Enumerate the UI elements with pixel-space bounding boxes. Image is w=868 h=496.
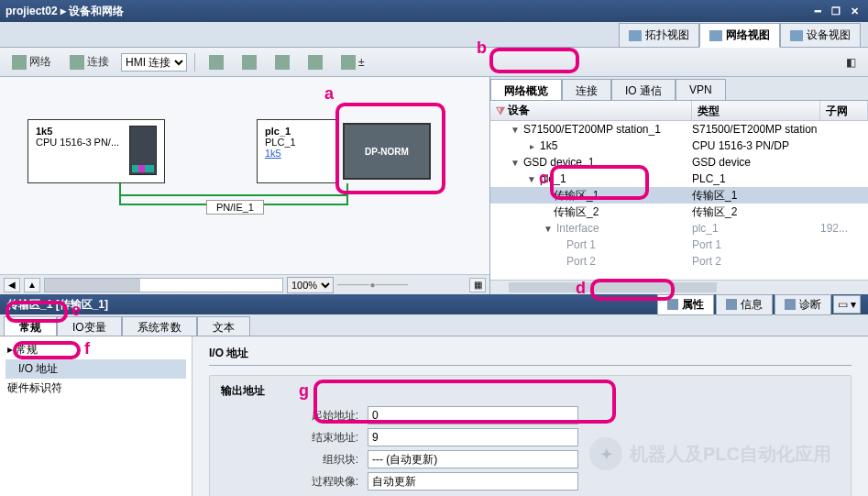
diag-icon: [785, 299, 796, 310]
table-row[interactable]: ▼S71500/ET200MP station_1S71500/ET200MP …: [490, 121, 868, 138]
breadcrumb: projiect02 ▸ 设备和网络: [5, 4, 124, 19]
tb-icon-2[interactable]: [236, 52, 263, 72]
tb-icon-3[interactable]: [269, 52, 296, 72]
tb-connections[interactable]: 连接: [63, 51, 115, 72]
tab-network[interactable]: 网络视图: [699, 23, 780, 48]
toolbar: 网络 连接 HMI 连接 ± ◧: [0, 48, 868, 77]
start-address-input[interactable]: [368, 406, 578, 424]
table-row[interactable]: ▼Interfaceplc_1192...: [490, 220, 868, 237]
section-title: I/O 地址: [209, 346, 852, 366]
table-row[interactable]: ▼plc_1PLC_1: [490, 171, 868, 187]
selection-title: 传输区_1 [传输区_1] 属性 信息 诊断 ▭ ▾: [0, 294, 868, 314]
lower-tabs: 常规 IO变量 系统常数 文本: [0, 314, 868, 336]
info-icon: [726, 299, 737, 310]
net-icon: [12, 55, 27, 70]
tb-collapse[interactable]: ◧: [840, 53, 863, 72]
window-min-icon[interactable]: ━: [809, 5, 826, 17]
rtab-io[interactable]: IO 通信: [611, 79, 676, 100]
tb-network[interactable]: 网络: [5, 51, 58, 72]
addr-icon: [242, 55, 257, 70]
device-icon: [790, 30, 803, 41]
ltab-text[interactable]: 文本: [197, 316, 250, 336]
conn-type-select[interactable]: HMI 连接: [121, 53, 187, 72]
zoom-icon: [341, 55, 356, 70]
ltab-iovars[interactable]: IO变量: [57, 316, 122, 336]
filter-icon[interactable]: ⧩: [496, 105, 505, 117]
main-split: 1k5 CPU 1516-3 PN/... plc_1 PLC_1 1k5 DP…: [0, 77, 868, 294]
scroll-up-btn[interactable]: ▲: [24, 278, 40, 292]
right-pane: 网络概览 连接 IO 通信 VPN ⧩设备 类型 子网 ▼S71500/ET20…: [490, 77, 868, 294]
lower-body: ▸ 常规 I/O 地址 硬件标识符 I/O 地址 输出地址 起始地址: 结束地址…: [0, 336, 868, 496]
ptab-info[interactable]: 信息: [716, 294, 773, 315]
tab-device[interactable]: 设备视图: [780, 23, 861, 48]
table-row[interactable]: Port 2Port 2: [490, 253, 868, 270]
window-restore-icon[interactable]: ❐: [828, 5, 844, 17]
ltab-sysconst[interactable]: 系统常数: [122, 316, 197, 336]
properties-icon: [667, 299, 678, 310]
tab-topology[interactable]: 拓扑视图: [619, 23, 699, 48]
end-address-input[interactable]: [368, 428, 578, 446]
tb-icon-1[interactable]: [203, 52, 230, 72]
nav-general[interactable]: ▸ 常规: [5, 340, 186, 359]
zoom-select[interactable]: 100%: [287, 277, 334, 293]
rtab-conn[interactable]: 连接: [562, 79, 611, 100]
table-row[interactable]: ▸1k5CPU 1516-3 PN/DP: [490, 138, 868, 154]
title-bar: projiect02 ▸ 设备和网络 ━ ❐ ✕: [0, 0, 868, 22]
tb-icon-4[interactable]: [302, 52, 329, 72]
device-plc1[interactable]: plc_1 PLC_1 1k5: [257, 119, 339, 183]
network-icon: [709, 30, 722, 41]
property-content: I/O 地址 输出地址 起始地址: 结束地址: 组织块: 过程映像:: [192, 336, 868, 496]
table-row[interactable]: 传输区_2传输区_2: [490, 204, 868, 220]
nav-io-addr[interactable]: I/O 地址: [5, 359, 186, 379]
tree-body[interactable]: ▼S71500/ET200MP station_1S71500/ET200MP …: [490, 121, 868, 280]
pi-input[interactable]: [368, 472, 578, 490]
device-1k5[interactable]: 1k5 CPU 1516-3 PN/...: [27, 119, 165, 183]
grid-icon: [308, 55, 323, 70]
net-label[interactable]: PN/IE_1: [206, 200, 264, 215]
right-h-scroll[interactable]: [490, 280, 868, 294]
canvas-footer: ◀ ▲ 100% ─────●───── ▦: [0, 274, 489, 294]
overview-map-icon[interactable]: ▦: [469, 278, 486, 292]
conn-icon: [70, 55, 84, 70]
h-scrollbar[interactable]: [44, 278, 283, 292]
ptab-diag[interactable]: 诊断: [775, 294, 831, 315]
property-nav: ▸ 常规 I/O 地址 硬件标识符: [0, 336, 192, 496]
ptab-properties[interactable]: 属性: [657, 294, 714, 315]
output-address-group: 输出地址 起始地址: 结束地址: 组织块: 过程映像:: [209, 375, 852, 496]
tree-header: ⧩设备 类型 子网: [490, 101, 868, 121]
dp-norm-module[interactable]: DP-NORM: [343, 123, 431, 180]
link-partner[interactable]: 1k5: [265, 148, 281, 159]
table-row[interactable]: Port 1Port 1: [490, 237, 868, 253]
relations-icon: [209, 55, 224, 70]
zoom-slider[interactable]: ─────●─────: [337, 280, 466, 290]
rtab-vpn[interactable]: VPN: [676, 79, 726, 100]
view-tabs: 拓扑视图 网络视图 设备视图: [0, 22, 868, 48]
device-rack-icon: [129, 126, 157, 175]
network-canvas[interactable]: 1k5 CPU 1516-3 PN/... plc_1 PLC_1 1k5 DP…: [0, 77, 490, 294]
rtab-overview[interactable]: 网络概览: [490, 79, 562, 100]
table-row[interactable]: ▼GSD device_1GSD device: [490, 154, 868, 171]
table-row[interactable]: 传输区_1传输区_1: [490, 187, 868, 204]
scroll-left-btn[interactable]: ◀: [4, 278, 20, 292]
topology-icon: [629, 30, 642, 41]
ptab-collapse[interactable]: ▭ ▾: [833, 295, 861, 314]
name-icon: [275, 55, 290, 70]
ltab-general[interactable]: 常规: [4, 316, 57, 336]
tb-zoom[interactable]: ±: [335, 52, 371, 72]
ob-input[interactable]: [368, 450, 578, 468]
window-close-icon[interactable]: ✕: [846, 5, 863, 17]
right-tabs: 网络概览 连接 IO 通信 VPN: [490, 77, 868, 101]
nav-hwid[interactable]: 硬件标识符: [5, 379, 186, 398]
